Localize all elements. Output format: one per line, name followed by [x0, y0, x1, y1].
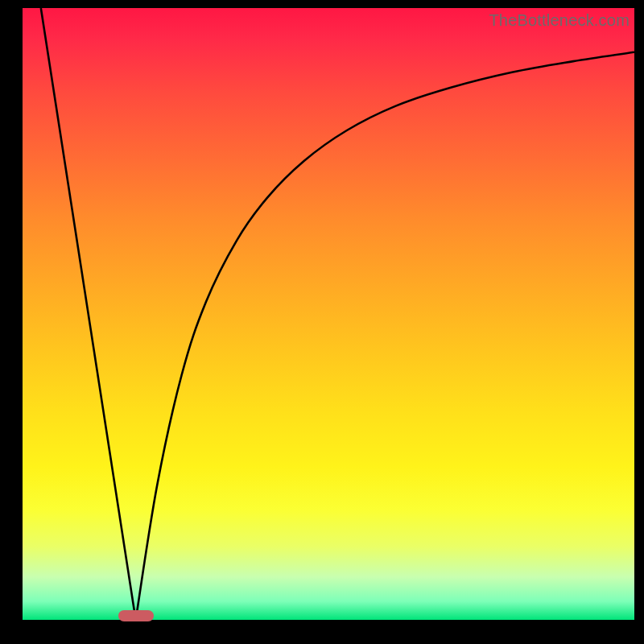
- vertex-marker: [118, 610, 154, 621]
- left-branch-path: [41, 8, 136, 620]
- chart-frame: TheBottleneck.com: [0, 0, 644, 644]
- right-branch-path: [136, 52, 634, 620]
- plot-area: TheBottleneck.com: [23, 8, 634, 620]
- curve-layer: [23, 8, 634, 620]
